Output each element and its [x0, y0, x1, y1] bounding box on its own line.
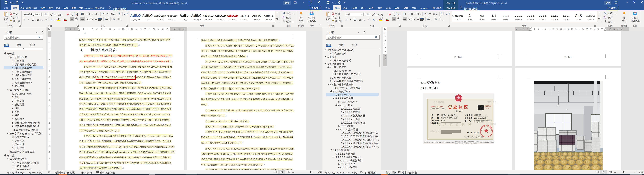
- svg-text:3: 3: [88, 14, 88, 15]
- svg-text:3: 3: [410, 14, 410, 15]
- svg-text:3: 3: [95, 14, 96, 15]
- svg-text:3: 3: [417, 14, 418, 15]
